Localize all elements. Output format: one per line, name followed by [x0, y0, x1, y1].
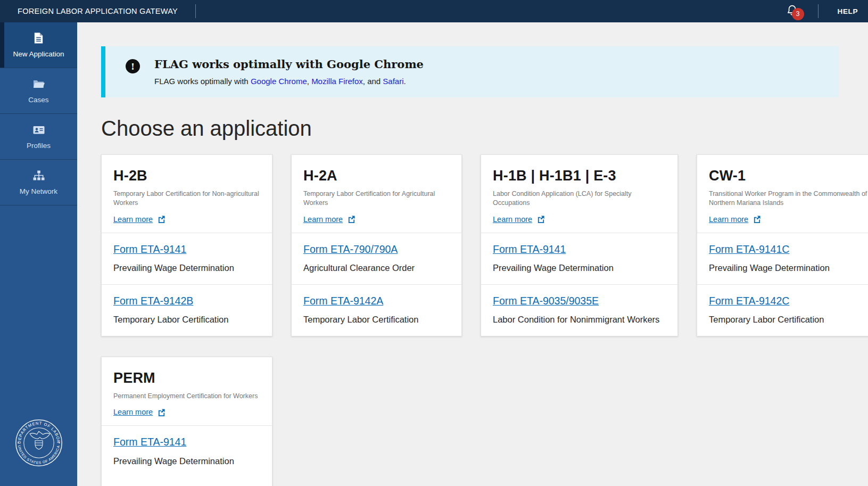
learn-more-label: Learn more — [113, 408, 153, 416]
application-cards-row-2: PERMPermanent Employment Certification f… — [101, 357, 868, 486]
card-subtitle: Transitional Worker Program in the Commo… — [709, 190, 868, 208]
form-description: Temporary Labor Certification — [113, 314, 260, 326]
seal-top-text: DEPARTMENT OF LABOR — [16, 421, 61, 444]
header-divider — [818, 4, 819, 18]
banner-text: , and — [363, 77, 383, 86]
sidebar-item-new-application[interactable]: New Application — [0, 22, 77, 68]
card-title: PERM — [113, 370, 260, 386]
learn-more-link[interactable]: Learn more — [493, 215, 545, 224]
svg-text:DEPARTMENT OF LABOR: DEPARTMENT OF LABOR — [16, 421, 61, 444]
banner-body: FLAG works optimally with Google Chrome,… — [154, 77, 424, 86]
safari-link[interactable]: Safari — [383, 77, 403, 86]
card-title: H-2B — [113, 168, 260, 184]
help-link[interactable]: HELP — [838, 7, 858, 15]
external-link-icon — [158, 215, 166, 223]
learn-more-link[interactable]: Learn more — [113, 215, 166, 224]
id-card-icon — [32, 123, 45, 136]
svg-text:UNITED STATES OF AMERICA: UNITED STATES OF AMERICA — [17, 445, 60, 465]
learn-more-link[interactable]: Learn more — [709, 215, 761, 224]
form-link[interactable]: Form ETA-9141 — [113, 243, 186, 255]
card-header: H-2ATemporary Labor Certification for Ag… — [292, 155, 461, 233]
external-link-icon — [537, 215, 545, 223]
external-link-icon — [158, 408, 166, 416]
google-chrome-link[interactable]: Google Chrome — [251, 77, 307, 86]
card-title: H-1B | H-1B1 | E-3 — [493, 168, 666, 184]
form-description: Temporary Labor Certification — [303, 314, 450, 326]
form-entry: Form ETA-9141Prevailing Wage Determinati… — [102, 425, 272, 486]
banner-text-block: FLAG works optimally with Google Chrome … — [154, 57, 424, 86]
form-link[interactable]: Form ETA-9141 — [493, 243, 566, 255]
card-h-2b: H-2BTemporary Labor Certification for No… — [101, 154, 272, 336]
form-entry: Form ETA-9142BTemporary Labor Certificat… — [102, 284, 272, 336]
page-title: Choose an application — [101, 116, 868, 141]
card-title: H-2A — [303, 168, 450, 184]
learn-more-link[interactable]: Learn more — [303, 215, 356, 224]
top-header: FOREIGN LABOR APPLICATION GATEWAY 3 HELP — [0, 0, 868, 22]
form-description: Labor Condition for Nonimmigrant Workers — [493, 314, 666, 326]
dol-seal: DEPARTMENT OF LABOR UNITED STATES OF AME… — [14, 418, 64, 468]
form-description: Prevailing Wage Determination — [113, 455, 260, 468]
card-header: PERMPermanent Employment Certification f… — [102, 357, 272, 425]
main-content: ! FLAG works optimally with Google Chrom… — [77, 22, 868, 486]
learn-more-label: Learn more — [709, 215, 748, 224]
form-link[interactable]: Form ETA-9035/9035E — [493, 295, 599, 307]
card-header: H-2BTemporary Labor Certification for No… — [102, 155, 272, 233]
sidebar-item-profiles[interactable]: Profiles — [0, 114, 77, 160]
sidebar-item-label: Profiles — [27, 142, 51, 150]
form-description: Prevailing Wage Determination — [493, 262, 666, 275]
card-title: CW-1 — [709, 168, 868, 184]
form-link[interactable]: Form ETA-9142B — [113, 295, 193, 307]
form-entry: Form ETA-9142CTemporary Labor Certificat… — [697, 284, 868, 336]
sidebar-item-cases[interactable]: Cases — [0, 68, 77, 114]
sidebar-item-label: My Network — [20, 187, 57, 195]
form-description: Prevailing Wage Determination — [709, 262, 868, 275]
learn-more-label: Learn more — [493, 215, 532, 224]
form-entry: Form ETA-9141Prevailing Wage Determinati… — [102, 233, 272, 284]
header-divider — [195, 4, 196, 18]
sidebar-item-label: Cases — [28, 96, 48, 104]
banner-title: FLAG works optimally with Google Chrome — [154, 57, 424, 71]
form-description: Agricultural Clearance Order — [303, 262, 450, 275]
network-icon — [32, 169, 45, 182]
notifications-button[interactable]: 3 — [786, 4, 799, 19]
browser-banner: ! FLAG works optimally with Google Chrom… — [101, 46, 839, 97]
learn-more-label: Learn more — [113, 215, 153, 224]
form-link[interactable]: Form ETA-9142A — [303, 295, 383, 307]
card-subtitle: Temporary Labor Certification for Agricu… — [303, 190, 450, 208]
card-h-1b-h-1b1-e-3: H-1B | H-1B1 | E-3Labor Condition Applic… — [481, 154, 678, 336]
external-link-icon — [753, 215, 761, 223]
seal-bottom-text: UNITED STATES OF AMERICA — [17, 445, 60, 465]
banner-text: , — [307, 77, 311, 86]
form-entry: Form ETA-790/790AAgricultural Clearance … — [292, 233, 461, 284]
external-link-icon — [348, 215, 356, 223]
learn-more-link[interactable]: Learn more — [113, 408, 166, 416]
sidebar-item-label: New Application — [13, 50, 64, 58]
sidebar: New ApplicationCasesProfilesMy Network D… — [0, 22, 77, 486]
alert-icon: ! — [126, 59, 140, 73]
sidebar-item-my-network[interactable]: My Network — [0, 160, 77, 205]
card-perm: PERMPermanent Employment Certification f… — [101, 357, 272, 486]
card-subtitle: Permanent Employment Certification for W… — [113, 392, 260, 401]
header-actions: 3 HELP — [786, 4, 868, 19]
learn-more-label: Learn more — [303, 215, 343, 224]
mozilla-firefox-link[interactable]: Mozilla Firefox — [311, 77, 363, 86]
banner-text: . — [404, 77, 406, 86]
card-header: CW-1Transitional Worker Program in the C… — [697, 155, 868, 233]
document-icon — [32, 32, 45, 45]
app-title: FOREIGN LABOR APPLICATION GATEWAY — [18, 7, 178, 15]
application-cards-row: H-2BTemporary Labor Certification for No… — [101, 154, 868, 336]
card-h-2a: H-2ATemporary Labor Certification for Ag… — [291, 154, 462, 336]
form-entry: Form ETA-9035/9035ELabor Condition for N… — [481, 284, 677, 336]
form-link[interactable]: Form ETA-9141 — [113, 436, 186, 448]
form-entry: Form ETA-9141Prevailing Wage Determinati… — [481, 233, 677, 284]
form-description: Prevailing Wage Determination — [113, 262, 260, 275]
form-link[interactable]: Form ETA-790/790A — [303, 243, 398, 255]
form-link[interactable]: Form ETA-9142C — [709, 295, 789, 307]
seal-eagle — [30, 431, 50, 449]
form-entry: Form ETA-9142ATemporary Labor Certificat… — [292, 284, 461, 336]
card-cw-1: CW-1Transitional Worker Program in the C… — [697, 154, 868, 336]
form-description: Temporary Labor Certification — [709, 314, 868, 326]
form-link[interactable]: Form ETA-9141C — [709, 243, 789, 255]
folder-icon — [32, 78, 45, 90]
card-subtitle: Temporary Labor Certification for Non-ag… — [113, 190, 260, 208]
